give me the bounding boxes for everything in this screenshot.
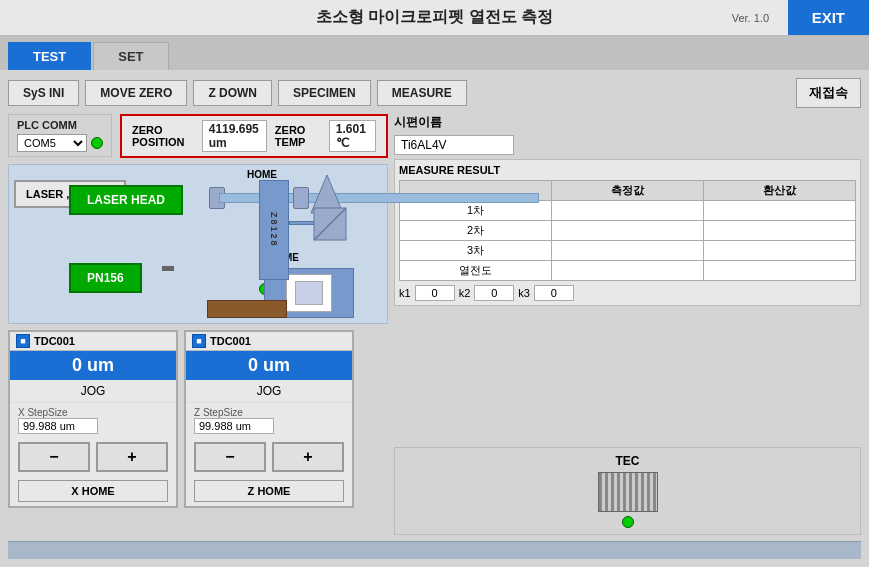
laser-head: LASER HEAD	[69, 185, 183, 215]
zero-position-box: ZERO POSITION 4119.695 um ZERO TEMP 1.60…	[120, 114, 388, 158]
specimen-button[interactable]: SPECIMEN	[278, 80, 371, 106]
k1-input[interactable]	[415, 285, 455, 301]
tdc2-header: ■ TDC001	[186, 332, 352, 351]
bottom-bar	[8, 541, 861, 559]
tdc2-home-button[interactable]: Z HOME	[194, 480, 344, 502]
tdc1-stepsize-input[interactable]	[18, 418, 98, 434]
specimen-input-row	[394, 135, 861, 155]
plc-comm-box: PLC COMM COM5	[8, 114, 112, 157]
tdc2-minus-button[interactable]: −	[194, 442, 266, 472]
tec-visual	[598, 472, 658, 512]
k3-label: k3	[518, 287, 530, 299]
tdc2-stepsize: Z StepSize	[186, 403, 352, 438]
tdc1-plus-button[interactable]: +	[96, 442, 168, 472]
k2-input[interactable]	[474, 285, 514, 301]
zero-temp-label: ZERO TEMP	[275, 124, 321, 148]
pn156-label: PN156	[87, 271, 124, 285]
sys-ini-button[interactable]: SyS INI	[8, 80, 79, 106]
laser-diagram: LASER , TEC ON LASER HEAD PN156	[8, 164, 388, 324]
plc-port-select[interactable]: COM5	[17, 134, 87, 152]
beam-cap-right	[293, 187, 309, 209]
zero-position-value: 4119.695 um	[202, 120, 267, 152]
tab-set[interactable]: SET	[93, 42, 168, 70]
tdc2-ctrl-buttons: − +	[186, 438, 352, 476]
row3-converted	[704, 241, 856, 261]
version-label: Ver. 1.0	[732, 12, 769, 24]
table-row: 1차	[400, 201, 856, 221]
tdc1-stepsize-row	[18, 418, 168, 434]
zero-position-label: ZERO POSITION	[132, 124, 194, 148]
k3-input[interactable]	[534, 285, 574, 301]
reconnect-button[interactable]: 재접속	[796, 78, 861, 108]
row4-measured	[552, 261, 704, 281]
table-row: 2차	[400, 221, 856, 241]
row1-converted	[704, 201, 856, 221]
exit-button[interactable]: EXIT	[788, 0, 869, 35]
k2-label: k2	[459, 287, 471, 299]
measure-result-box: MEASURE RESULT 측정값 환산값 1차	[394, 159, 861, 306]
row2-measured	[552, 221, 704, 241]
tdc2-plus-button[interactable]: +	[272, 442, 344, 472]
specimen-measure: 시편이름 MEASURE RESULT 측정값 환산값	[394, 114, 861, 441]
laser-head-label: LASER HEAD	[87, 193, 165, 207]
tec-label: TEC	[616, 454, 640, 468]
tdc1-jog: JOG	[10, 380, 176, 403]
tdc-panel-2: ■ TDC001 0 um JOG Z StepSize − +	[184, 330, 354, 508]
middle-area: PLC COMM COM5 ZERO POSITION 4119.695 um …	[8, 114, 861, 535]
tdc2-value: 0 um	[186, 351, 352, 380]
table-row: 열전도	[400, 261, 856, 281]
tdc1-minus-button[interactable]: −	[18, 442, 90, 472]
right-side: 시편이름 MEASURE RESULT 측정값 환산값	[394, 114, 861, 535]
tdc-panel-1: ■ TDC001 0 um JOG X StepSize − +	[8, 330, 178, 508]
pn156: PN156	[69, 263, 142, 293]
col-converted: 환산값	[704, 181, 856, 201]
z8128-inner	[286, 274, 332, 312]
tdc1-header: ■ TDC001	[10, 332, 176, 351]
zero-temp-value: 1.601 ℃	[329, 120, 376, 152]
k1-label: k1	[399, 287, 411, 299]
plc-zero-row: PLC COMM COM5 ZERO POSITION 4119.695 um …	[8, 114, 388, 158]
tdc1-title: TDC001	[34, 335, 75, 347]
tdc2-title: TDC001	[210, 335, 251, 347]
measure-result-title: MEASURE RESULT	[399, 164, 856, 176]
measure-button[interactable]: MEASURE	[377, 80, 467, 106]
tdc2-stepsize-row	[194, 418, 344, 434]
row4-converted	[704, 261, 856, 281]
tdc2-jog: JOG	[186, 380, 352, 403]
tdc1-icon: ■	[16, 334, 30, 348]
main-content: SyS INI MOVE ZERO Z DOWN SPECIMEN MEASUR…	[0, 70, 869, 567]
tab-bar: TEST SET	[0, 36, 869, 70]
pn156-connector	[162, 266, 174, 271]
col-measured: 측정값	[552, 181, 704, 201]
row3-measured	[552, 241, 704, 261]
move-zero-button[interactable]: MOVE ZERO	[85, 80, 187, 106]
app-title: 초소형 마이크로피펫 열전도 측정	[316, 7, 553, 28]
plc-comm-inner: COM5	[17, 134, 103, 152]
specimen-input[interactable]	[394, 135, 514, 155]
title-bar: 초소형 마이크로피펫 열전도 측정 Ver. 1.0 EXIT	[0, 0, 869, 36]
z8128-window	[295, 281, 323, 305]
mirror-right-bottom	[313, 207, 347, 241]
tdc1-home-button[interactable]: X HOME	[18, 480, 168, 502]
z8128-vertical-rail: Z8128	[259, 180, 289, 280]
toolbar: SyS INI MOVE ZERO Z DOWN SPECIMEN MEASUR…	[8, 78, 861, 108]
tdc1-stepsize-label: X StepSize	[18, 407, 168, 418]
left-side: PLC COMM COM5 ZERO POSITION 4119.695 um …	[8, 114, 388, 535]
z8128-vert-label: Z8128	[269, 212, 279, 248]
specimen-label: 시편이름	[394, 114, 442, 131]
tdc1-ctrl-buttons: − +	[10, 438, 176, 476]
plc-led	[91, 137, 103, 149]
tab-test[interactable]: TEST	[8, 42, 91, 70]
tdc2-icon: ■	[192, 334, 206, 348]
row4-label: 열전도	[400, 261, 552, 281]
tdc1-value: 0 um	[10, 351, 176, 380]
plc-comm-label: PLC COMM	[17, 119, 103, 131]
tdc-panels: ■ TDC001 0 um JOG X StepSize − +	[8, 330, 388, 508]
tec-led	[622, 516, 634, 528]
tdc2-stepsize-input[interactable]	[194, 418, 274, 434]
tec-area: TEC	[394, 447, 861, 535]
z-down-button[interactable]: Z DOWN	[193, 80, 272, 106]
sample-base	[207, 300, 287, 318]
home-label-2: HOME	[247, 169, 277, 180]
tdc2-stepsize-label: Z StepSize	[194, 407, 344, 418]
